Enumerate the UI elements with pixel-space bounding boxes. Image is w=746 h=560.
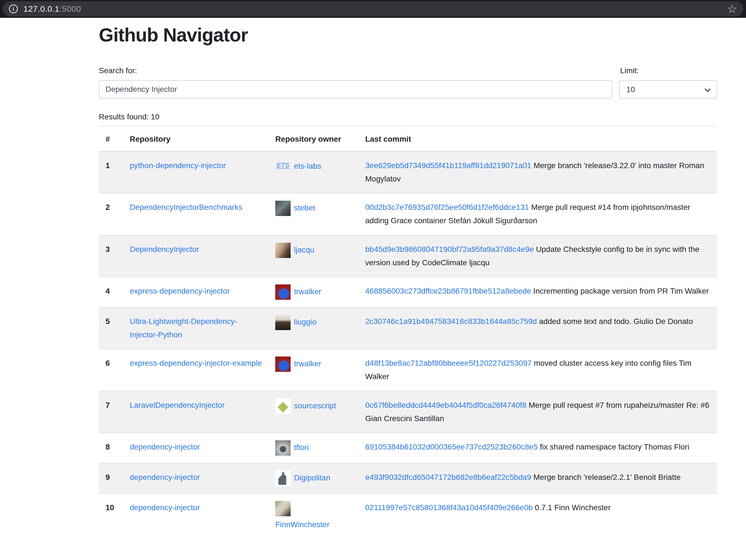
form-inputs-row: 10 [99,80,717,98]
commit-hash-link[interactable]: 0c67f6be8eddcd4449eb4044f5df0ca26f4740f8 [365,401,526,409]
owner-avatar [275,501,291,516]
owner-avatar [275,440,291,455]
owner-avatar [275,243,291,258]
url-host: 127.0.0.1 [23,4,60,13]
sourcescript-logo: ◆ [275,399,291,414]
table-row: 4 express-dependency-injector trwalker 4… [99,277,717,307]
url-port: :5000 [60,4,81,13]
building-icon [278,471,289,485]
commit-message: fix shared namespace factory Thomas Flor… [540,443,689,451]
owner-link[interactable]: Digipolitan [294,473,331,482]
form-labels-row: Search for: Limit: [99,66,717,75]
limit-select-wrap: 10 [619,80,717,98]
commit-hash-link[interactable]: 02111997e57c85801368f43a10d45f409e266e0b [365,503,533,512]
owner-link[interactable]: liuggio [294,318,316,326]
owner-link[interactable]: trwalker [294,359,321,368]
search-label: Search for: [99,66,137,75]
repo-link[interactable]: express-dependency-injector-example [130,359,262,367]
row-number: 5 [99,307,123,349]
col-header-last-commit: Last commit [358,126,717,151]
results-summary: Results found: 10 [99,113,717,121]
site-info-icon[interactable]: i [9,4,18,13]
commit-hash-link[interactable]: 2c30746c1a91b4947583416c833b1644a85c759d [365,317,537,326]
col-header-owner: Repository owner [268,126,358,151]
repo-link[interactable]: LaravelDependencyInjector [130,401,225,409]
commit-message: added some text and todo. Giulio De Dona… [539,317,693,326]
ets-labs-logo: ETS [275,159,291,174]
owner-link[interactable]: ets-labs [294,162,321,170]
table-row: 8 dependency-injector tflori 69105384b61… [99,433,717,463]
col-header-num: # [99,126,123,151]
owner-link[interactable]: trwalker [294,287,321,296]
table-header-row: # Repository Repository owner Last commi… [99,126,717,151]
commit-hash-link[interactable]: 468856003c273dffce23b86791fbbe512a8ebede [365,287,531,295]
commit-hash-link[interactable]: 69105384b61032d000365ee737cd2523b260c8e5 [365,443,538,451]
repo-link[interactable]: DependencyInjectorBenchmarks [130,203,242,211]
owner-link[interactable]: ljacqu [294,245,314,254]
ets-logo-text: ETS [275,159,291,172]
table-row: 10 dependency-injector FinnWinchester 02… [99,494,717,538]
owner-link[interactable]: stebet [294,203,315,212]
commit-hash-link[interactable]: 00d2b3c7e76935d76f25ee50f6d1f2ef6ddce131 [365,203,529,211]
url-text[interactable]: 127.0.0.1:5000 [23,4,81,13]
bookmark-star-icon[interactable]: ☆ [727,3,737,14]
row-number: 4 [99,277,123,307]
results-table: # Repository Repository owner Last commi… [99,126,717,538]
repo-link[interactable]: dependency-injector [130,443,200,451]
page-title: Github Navigator [99,24,717,46]
repo-link[interactable]: dependency-injector [130,503,200,512]
repo-link[interactable]: Ultra-Lightweight-Dependency-Injector-Py… [130,317,237,339]
digipolitan-logo [275,471,291,486]
commit-hash-link[interactable]: e493f9032dfcd65047172b682e8b6eaf22c5bda9 [365,473,531,481]
commit-hash-link[interactable]: bb45d9e3b98608047190bf72a95fa9a37d8c4e9e [365,245,534,254]
row-number: 8 [99,433,123,463]
row-number: 3 [99,235,123,277]
limit-select[interactable]: 10 [619,80,717,98]
sourcescript-diamond-icon: ◆ [275,399,291,414]
table-row: 6 express-dependency-injector-example tr… [99,349,717,391]
search-input[interactable] [99,80,612,98]
commit-hash-link[interactable]: 3ee629eb5d7349d55f41b119aff81dd219071a01 [365,161,532,170]
table-row: 3 DependencyInjector ljacqu bb45d9e3b986… [99,235,717,277]
table-row: 5 Ultra-Lightweight-Dependency-Injector-… [99,307,717,349]
repo-link[interactable]: DependencyInjector [130,245,199,254]
table-row: 1 python-dependency-injector ETSets-labs… [99,151,717,194]
row-number: 2 [99,193,123,235]
commit-message: Merge branch 'release/2.2.1' Benoit Bria… [533,473,681,481]
owner-avatar [275,201,291,216]
owner-link[interactable]: tflori [294,443,309,452]
table-row: 7 LaravelDependencyInjector ◆sourcescrip… [99,391,717,433]
commit-message: 0.7.1 Finn Winchester [535,503,610,512]
limit-label: Limit: [619,66,717,75]
row-number: 7 [99,391,123,433]
owner-avatar [275,315,291,330]
browser-toolbar: i 127.0.0.1:5000 ☆ [0,0,746,18]
owner-link[interactable]: FinnWinchester [275,520,329,529]
row-number: 1 [99,151,123,194]
row-number: 9 [99,463,123,494]
col-header-repository: Repository [123,126,268,151]
repo-link[interactable]: dependency-injector [130,473,200,481]
row-number: 10 [99,494,123,538]
main-content: Github Navigator Search for: Limit: 10 R… [99,24,717,538]
table-row: 9 dependency-injector Digipolitan e493f9… [99,463,717,494]
repo-link[interactable]: python-dependency-injector [130,161,226,170]
commit-hash-link[interactable]: d48f13be8ac712abf80bbeeee5f120227d253097 [365,359,532,367]
repo-link[interactable]: express-dependency-injector [130,287,230,295]
commit-message: Incrementing package version from PR Tim… [533,287,709,295]
address-bar[interactable]: i 127.0.0.1:5000 ☆ [3,1,743,17]
owner-avatar [275,357,291,372]
row-number: 6 [99,349,123,391]
table-row: 2 DependencyInjectorBenchmarks stebet 00… [99,193,717,235]
owner-link[interactable]: sourcescript [294,401,336,410]
owner-avatar [275,285,291,300]
